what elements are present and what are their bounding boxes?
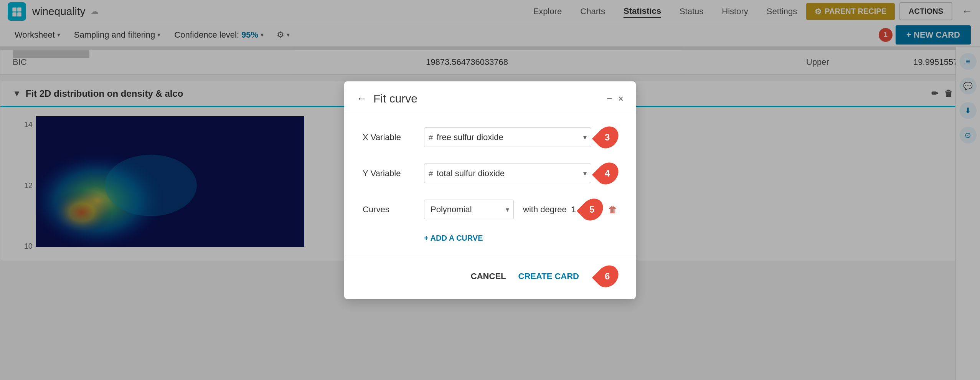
modal-back-button[interactable]: ←: [356, 93, 367, 105]
modal-title: Fit curve: [373, 92, 607, 105]
badge-4: 4: [592, 158, 623, 189]
y-variable-select[interactable]: total sulfur dioxide: [424, 164, 591, 183]
curve-type-select[interactable]: Polynomial: [424, 200, 514, 219]
badge-5: 5: [577, 194, 608, 225]
cancel-button[interactable]: CANCEL: [471, 271, 506, 281]
x-variable-row: X Variable # free sulfur dioxide ▾ 3: [363, 126, 617, 149]
modal-body: X Variable # free sulfur dioxide ▾ 3 Y V…: [344, 113, 636, 255]
add-curve-row: + ADD A CURVE: [363, 234, 617, 243]
modal-overlay: ← Fit curve − × X Variable # free sulfur…: [0, 0, 980, 380]
y-variable-select-wrap: # total sulfur dioxide ▾: [424, 164, 591, 183]
modal-minimize-button[interactable]: −: [607, 93, 612, 104]
curves-row: Curves Polynomial ▾ with degree 1 5 🗑: [363, 198, 617, 221]
add-curve-button[interactable]: + ADD A CURVE: [424, 234, 483, 243]
fit-curve-modal: ← Fit curve − × X Variable # free sulfur…: [344, 81, 636, 299]
curve-type-select-wrap: Polynomial ▾: [424, 200, 514, 219]
x-variable-select[interactable]: free sulfur dioxide: [424, 127, 591, 147]
curves-controls: Polynomial ▾ with degree 1 5 🗑: [424, 198, 617, 221]
create-card-button[interactable]: CREATE CARD: [518, 271, 579, 281]
x-variable-select-wrap: # free sulfur dioxide ▾: [424, 127, 591, 147]
modal-close-button[interactable]: ×: [618, 93, 624, 104]
badge-3: 3: [592, 122, 623, 153]
with-degree-label: with degree: [523, 205, 567, 215]
y-variable-row: Y Variable # total sulfur dioxide ▾ 4: [363, 162, 617, 185]
x-variable-label: X Variable: [363, 132, 424, 142]
modal-footer: CANCEL CREATE CARD 6: [344, 255, 636, 299]
badge-6: 6: [592, 261, 623, 292]
curves-label: Curves: [363, 205, 424, 215]
delete-curve-icon[interactable]: 🗑: [608, 204, 617, 215]
y-variable-label: Y Variable: [363, 169, 424, 178]
modal-header: ← Fit curve − ×: [344, 81, 636, 113]
degree-value: 1: [571, 205, 576, 215]
